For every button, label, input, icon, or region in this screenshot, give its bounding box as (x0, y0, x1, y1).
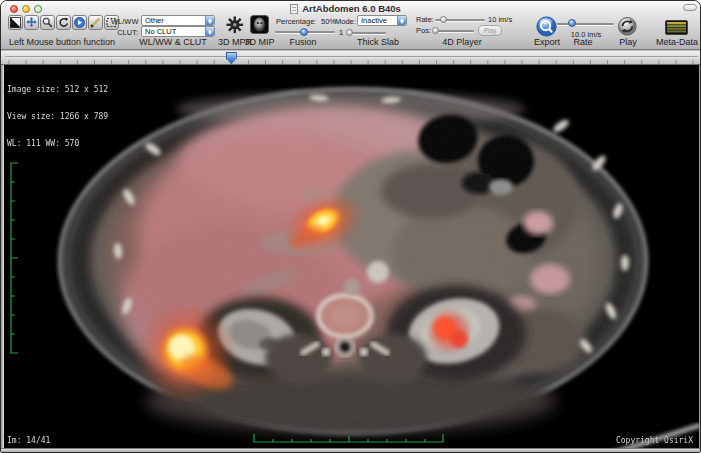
window-title: ArtAbdomen 6.0 B40s (1, 3, 701, 14)
magnify-tool-button[interactable] (40, 15, 55, 30)
thickslab-mode-popup[interactable]: Inactive (357, 15, 407, 26)
clut-popup-value: No CLUT (145, 27, 176, 36)
nav-slider-groove (5, 56, 698, 57)
image-navigation-slider[interactable] (1, 51, 701, 65)
rate-slider-thumb[interactable] (568, 19, 576, 27)
wlww-label: WL/WW (111, 17, 138, 26)
mouse-tool-group (8, 15, 119, 30)
image-viewport[interactable]: Image size: 512 x 512 View size: 1266 x … (4, 65, 699, 450)
metadata-table-icon (666, 21, 688, 35)
player4d-rate-value: 10 im/s (488, 15, 512, 24)
play-loop-button[interactable] (618, 17, 637, 36)
overlay-image-index: Im: 14/41 (7, 436, 176, 445)
metadata-button[interactable] (665, 20, 688, 35)
magnifier-icon (42, 17, 53, 28)
popup-arrows-icon (397, 16, 406, 25)
thickslab-label: Thick Slab (347, 37, 409, 47)
3d-mip-label: 3D MIP (241, 37, 278, 47)
gear-icon (227, 17, 244, 34)
fusion-percentage-label: Percentage: (276, 17, 316, 26)
pan-tool-button[interactable] (24, 15, 39, 30)
overlay-image-size: Image size: 512 x 512 (7, 85, 108, 94)
player4d-pos-thumb[interactable] (432, 27, 439, 34)
player4d-pos-label: Pos: (416, 26, 431, 35)
3d-mip-button[interactable] (250, 15, 269, 34)
thickslab-mode-label: Mode: (335, 17, 356, 26)
mouse-tools-label: Left Mouse button function (2, 37, 122, 47)
thickslab-mode-value: Inactive (361, 16, 387, 25)
window-bottom-border (1, 448, 701, 452)
contrast-tool-button[interactable] (8, 15, 23, 30)
overlay-view-size: View size: 1266 x 789 (7, 112, 108, 121)
fusion-percentage-value: 50% (321, 17, 336, 26)
osirix-2d-viewer-window: ArtAbdomen 6.0 B40s (0, 0, 701, 453)
wlww-clut-label: WL/WW & CLUT (127, 37, 219, 47)
clut-popup[interactable]: No CLUT (141, 26, 215, 37)
rotate-tool-button[interactable] (56, 15, 71, 30)
pencil-icon (90, 17, 101, 28)
window-chrome: ArtAbdomen 6.0 B40s (1, 1, 701, 50)
thickslab-slider-thumb[interactable] (346, 29, 353, 36)
metadata-label: Meta-Data (647, 37, 701, 47)
rate-slider-track[interactable] (557, 23, 614, 25)
circular-arrows-icon (619, 18, 637, 36)
wlww-popup-value: Other (145, 16, 164, 25)
measure-tool-button[interactable] (88, 15, 103, 30)
play-label: Play (607, 37, 649, 47)
fusion-slider-thumb[interactable] (300, 28, 308, 36)
fused-pet-ct-image[interactable] (4, 65, 699, 450)
player4d-rate-label: Rate: (416, 15, 434, 24)
player4d-pos-track[interactable] (434, 30, 474, 32)
player4d-rate-thumb[interactable] (440, 16, 447, 23)
popup-arrows-icon (205, 27, 214, 36)
quicktime-export-icon (537, 17, 556, 36)
nav-strip-ticks (1, 51, 701, 65)
rotate-arrow-icon (58, 17, 69, 28)
player4d-label: 4D Player (432, 37, 492, 47)
overlay-bottom-left: Im: 14/41 Thickness: 6.0 mm Location: -1… (7, 418, 176, 450)
overlay-wl-ww: WL: 111 WW: 570 (7, 139, 108, 148)
mip-thumbnail-icon (251, 16, 269, 34)
wlww-popup[interactable]: Other (141, 15, 215, 26)
3d-mpr-button[interactable] (226, 16, 244, 34)
fusion-label: Fusion (277, 37, 329, 47)
popup-arrows-icon (205, 16, 214, 25)
contrast-icon (10, 17, 21, 28)
player4d-play-button[interactable]: Play (478, 25, 502, 36)
browse-tool-button[interactable] (72, 15, 87, 30)
clut-label: CLUT: (111, 28, 138, 37)
export-button[interactable] (536, 16, 557, 37)
toolbar-toggle-button[interactable] (683, 4, 697, 11)
overlay-top-left: Image size: 512 x 512 View size: 1266 x … (7, 67, 108, 166)
rate-label: Rate (562, 37, 604, 47)
thickslab-slices-value: 1 (339, 28, 343, 37)
move-arrows-icon (26, 17, 37, 28)
thickslab-slider-track[interactable] (348, 32, 386, 34)
play-browse-icon (74, 17, 85, 28)
overlay-copyright: Copyright OsiriX (616, 436, 693, 445)
